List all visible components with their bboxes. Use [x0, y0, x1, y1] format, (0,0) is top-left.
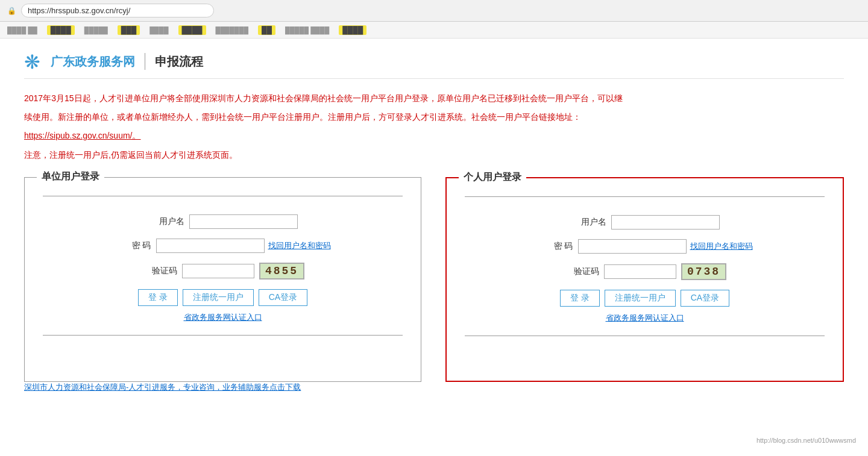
unit-password-inner: 找回用户名和密码	[156, 239, 331, 253]
unit-register-button[interactable]: 注册统一用户	[183, 289, 254, 306]
personal-login-title: 个人用户登录	[459, 171, 526, 184]
unit-login-button[interactable]: 登 录	[138, 289, 178, 306]
bookmark-3: █████	[84, 27, 108, 34]
notice-line2: 续使用。新注册的单位，或者单位新增经办人，需到社会统一用户平台注册用户。注册用户…	[24, 110, 844, 125]
bookmark-4[interactable]: ███	[118, 25, 140, 35]
page-content: ❋ 广东政务服务网 申报流程 2017年3月15日起，人才引进单位用户将全部使用…	[0, 39, 868, 405]
unit-password-row: 密 码 找回用户名和密码	[43, 239, 403, 253]
personal-forget-link[interactable]: 找回用户名和密码	[690, 241, 753, 252]
bookmark-2[interactable]: ████	[47, 25, 75, 35]
personal-username-input[interactable]	[611, 215, 720, 230]
unit-ca-button[interactable]: CA登录	[259, 289, 307, 306]
site-header: ❋ 广东政务服务网 申报流程	[24, 51, 844, 79]
notice-link[interactable]: https://sipub.sz.gov.cn/suum/。	[24, 131, 141, 140]
bookmark-7: ███████	[216, 27, 249, 34]
unit-captcha-image[interactable]: 4855	[259, 263, 304, 280]
header-divider	[145, 53, 145, 70]
notice-link-line: https://sipub.sz.gov.cn/suum/。	[24, 128, 844, 143]
bookmark-9: █████ ████	[285, 27, 329, 34]
personal-register-button[interactable]: 注册统一用户	[605, 290, 676, 307]
unit-login-panel: 单位用户登录 用户名 密 码 找回用户名和密码 验证码 4855	[24, 177, 421, 382]
personal-login-panel: 个人用户登录 用户名 密 码 找回用户名和密码 验证码 0738	[445, 177, 844, 382]
unit-login-title: 单位用户登录	[37, 170, 104, 183]
logo-icon: ❋	[24, 51, 46, 72]
personal-captcha-label: 验证码	[563, 266, 599, 277]
unit-captcha-row: 验证码 4855	[43, 263, 403, 280]
bookmark-8[interactable]: ██	[258, 25, 275, 35]
unit-btn-row: 登 录 注册统一用户 CA登录	[43, 289, 403, 306]
personal-password-inner: 找回用户名和密码	[578, 239, 753, 254]
bottom-link[interactable]: 深圳市人力资源和社会保障局-人才引进服务，专业咨询，业务辅助服务点击下载	[24, 383, 301, 392]
personal-captcha-input[interactable]	[604, 264, 676, 279]
unit-captcha-label: 验证码	[141, 266, 177, 276]
bookmark-6[interactable]: ████	[178, 25, 206, 35]
notice-block: 2017年3月15日起，人才引进单位用户将全部使用深圳市人力资源和社会保障局的社…	[24, 91, 844, 163]
personal-btn-row: 登 录 注册统一用户 CA登录	[465, 290, 825, 307]
bookmark-10[interactable]: ████	[339, 25, 366, 35]
personal-panel-bottom-line	[465, 336, 825, 336]
personal-password-row: 密 码 找回用户名和密码	[465, 239, 825, 254]
personal-panel-top-line	[465, 196, 825, 197]
personal-captcha-inner: 0738	[604, 263, 726, 280]
bookmark-1: ████ ██	[7, 27, 37, 34]
unit-username-row: 用户名	[43, 214, 403, 229]
url-bar[interactable]: https://hrsspub.sz.gov.cn/rcyj/	[21, 4, 214, 17]
site-logo: ❋ 广东政务服务网	[24, 51, 135, 72]
unit-captcha-input[interactable]	[182, 264, 254, 278]
unit-gov-link[interactable]: 省政务服务网认证入口	[43, 312, 403, 323]
browser-bar: 🔒 https://hrsspub.sz.gov.cn/rcyj/	[0, 0, 868, 22]
unit-panel-top-line	[43, 196, 403, 196]
personal-password-input[interactable]	[578, 239, 687, 254]
notice-line3: 注意，注册统一用户后,仍需返回当前人才引进系统页面。	[24, 148, 844, 163]
personal-ca-button[interactable]: CA登录	[681, 290, 729, 307]
unit-forget-link[interactable]: 找回用户名和密码	[268, 240, 331, 251]
bookmark-5: ████	[149, 27, 168, 34]
unit-username-label: 用户名	[148, 216, 184, 227]
unit-captcha-inner: 4855	[182, 263, 304, 280]
unit-panel-bottom-line	[43, 335, 403, 336]
unit-password-label: 密 码	[115, 240, 151, 251]
login-panels: 单位用户登录 用户名 密 码 找回用户名和密码 验证码 4855	[24, 177, 844, 382]
personal-password-label: 密 码	[537, 241, 573, 252]
bookmarks-bar: ████ ██ ████ █████ ███ ████ ████ ███████…	[0, 22, 868, 39]
personal-gov-link[interactable]: 省政务服务网认证入口	[465, 313, 825, 323]
personal-login-button[interactable]: 登 录	[560, 290, 600, 307]
site-name: 广东政务服务网	[51, 54, 135, 70]
personal-username-label: 用户名	[570, 217, 606, 228]
notice-line1: 2017年3月15日起，人才引进单位用户将全部使用深圳市人力资源和社会保障局的社…	[24, 91, 844, 106]
page-title: 申报流程	[155, 54, 203, 70]
personal-username-row: 用户名	[465, 215, 825, 230]
unit-username-input[interactable]	[189, 214, 298, 229]
personal-captcha-image[interactable]: 0738	[681, 263, 726, 280]
personal-captcha-row: 验证码 0738	[465, 263, 825, 280]
lock-icon: 🔒	[7, 7, 16, 15]
unit-password-input[interactable]	[156, 239, 265, 253]
